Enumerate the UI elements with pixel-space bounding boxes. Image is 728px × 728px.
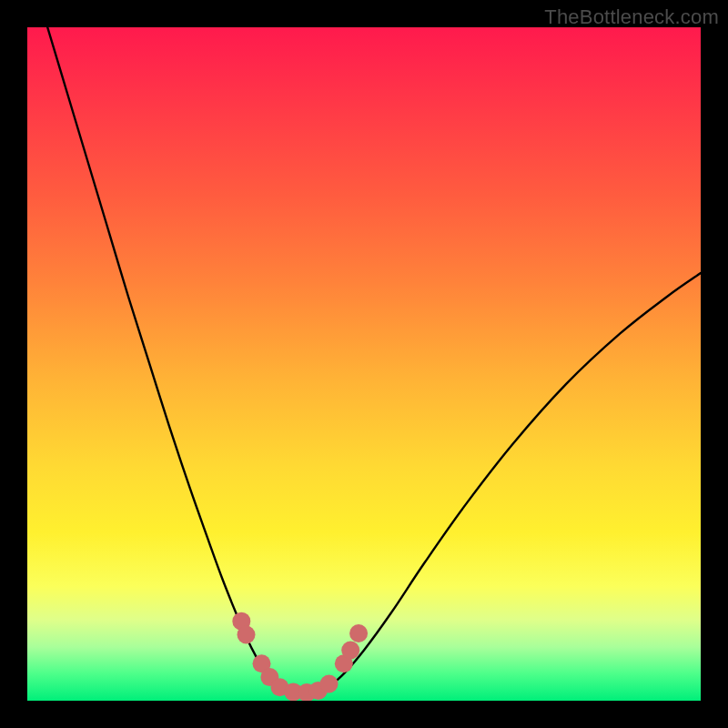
curve-marker [341,642,359,660]
curve-layer [27,27,701,701]
curve-marker [238,625,256,643]
watermark-text: TheBottleneck.com [544,5,719,29]
curve-marker [320,675,339,693]
bottleneck-curve [47,27,701,693]
plot-area [27,27,701,701]
curve-marker [349,624,368,642]
chart-frame: TheBottleneck.com [0,0,728,728]
